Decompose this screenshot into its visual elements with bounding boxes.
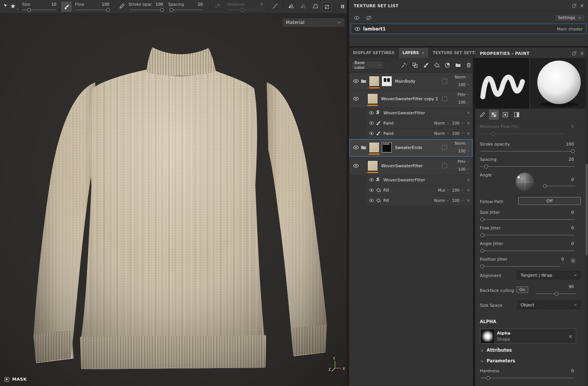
opacity-dropdown[interactable]: 100 <box>452 131 464 136</box>
brush-stroke-preview[interactable] <box>475 58 529 109</box>
visibility-toggle[interactable] <box>369 187 374 193</box>
delete-layer-icon[interactable] <box>466 62 472 68</box>
sweater-3d-model[interactable] <box>0 14 347 386</box>
alignment-dropdown[interactable]: Tangent | Wrap <box>517 271 581 279</box>
size-slider[interactable] <box>22 8 56 12</box>
chevron-down-icon[interactable] <box>480 359 484 363</box>
stroke-opacity-slider[interactable] <box>481 149 575 154</box>
stroke-opacity-value[interactable]: 100 <box>566 142 574 147</box>
blend-mode-dropdown[interactable]: Pthr <box>458 92 470 97</box>
texture-set-row[interactable]: lambert1 Main shader <box>351 24 586 34</box>
blend-mode-dropdown[interactable]: Norm <box>455 75 470 79</box>
backface-culling-slider[interactable] <box>536 292 576 296</box>
effect-name[interactable]: Paint <box>383 121 394 126</box>
flow-jitter-slider[interactable] <box>481 233 575 237</box>
alpha-shape-tool-icon[interactable] <box>10 3 16 9</box>
blend-mode-dropdown[interactable]: Norm <box>434 121 449 125</box>
visibility-toggle[interactable] <box>369 177 374 183</box>
float-panel-icon[interactable] <box>572 51 577 56</box>
spacing-value[interactable]: 20 <box>569 157 574 162</box>
spacing-value[interactable]: 20 <box>189 2 203 6</box>
close-tab-icon[interactable] <box>421 51 425 54</box>
remove-effect-icon[interactable] <box>466 111 470 115</box>
channel-selector-dropdown[interactable]: Base color <box>351 61 384 69</box>
falloff-curve-icon[interactable] <box>272 3 278 9</box>
add-effect-icon[interactable] <box>401 62 407 68</box>
solo-texture-set-icon[interactable] <box>366 15 372 21</box>
effect-name[interactable]: Fill <box>383 188 389 193</box>
layer-thumbnail[interactable] <box>369 142 380 153</box>
ignore-backface-button[interactable] <box>322 2 332 11</box>
axis-gizmo[interactable]: Y X Z <box>328 356 346 375</box>
subtab-brush[interactable] <box>477 110 487 120</box>
effect-row-paint[interactable]: Paint Norm 100 <box>367 119 472 128</box>
blend-mode-dropdown[interactable]: Norm <box>455 141 470 146</box>
remove-effect-icon[interactable] <box>466 121 470 125</box>
position-jitter-value[interactable]: 0 <box>561 257 564 262</box>
close-panel-icon[interactable] <box>580 51 584 56</box>
hardness-slider[interactable] <box>481 376 575 380</box>
size-jitter-value[interactable]: 0 <box>571 210 574 215</box>
layer-name[interactable]: WovenSweaterFilter <box>381 163 423 168</box>
angle-slider[interactable] <box>544 184 575 188</box>
visibility-toggle[interactable] <box>353 96 359 102</box>
show-all-texture-sets-icon[interactable] <box>354 15 360 21</box>
effect-name[interactable]: WovenSweaterFilter <box>383 111 425 115</box>
geometry-mask-icon[interactable] <box>442 144 448 151</box>
stroke-opacity-slider[interactable] <box>129 8 163 12</box>
effect-row-fill[interactable]: Fill Mul 100 <box>367 186 472 195</box>
viewport-display-mode-dropdown[interactable]: Material <box>282 18 345 27</box>
opacity-dropdown[interactable]: 100 <box>452 188 464 192</box>
angle-value[interactable]: 0 <box>571 177 574 182</box>
viewport-3d[interactable]: Size 10 Flow 100 Stroke opac 100 Spacing… <box>0 0 347 386</box>
visibility-toggle[interactable] <box>354 26 360 32</box>
spacing-slider[interactable] <box>481 164 575 169</box>
visibility-toggle[interactable] <box>369 131 374 136</box>
layer-row-wovensweaterfilter[interactable]: WovenSweaterFilter Pthr 100 <box>350 158 472 175</box>
chevron-down-icon[interactable] <box>16 8 19 11</box>
effect-row-paint[interactable]: Paint Norm 100 <box>367 129 472 138</box>
subtab-stencil[interactable] <box>500 110 510 120</box>
add-group-icon[interactable] <box>455 62 461 68</box>
hardness-value[interactable]: 0 <box>571 368 574 373</box>
layer-thumbnail[interactable] <box>367 160 378 171</box>
blend-mode-dropdown[interactable]: Pthr <box>458 159 470 164</box>
blend-mode-dropdown[interactable]: Norm <box>434 131 449 136</box>
effect-row-filter[interactable]: S WovenSweaterFilter <box>367 175 472 185</box>
subtab-alpha[interactable] <box>489 110 499 120</box>
angle-jitter-value[interactable]: 0 <box>571 241 574 246</box>
remove-effect-icon[interactable] <box>466 178 470 182</box>
visibility-toggle[interactable] <box>369 198 374 203</box>
visibility-toggle[interactable] <box>353 78 359 84</box>
follow-path-toggle[interactable]: Off <box>518 197 581 205</box>
texture-set-settings-dropdown[interactable]: Settings <box>554 14 585 22</box>
viewport-canvas[interactable]: Material Y X Z MASK <box>0 14 347 386</box>
angle-dial-handle[interactable] <box>518 176 520 178</box>
remove-effect-icon[interactable] <box>466 199 470 202</box>
add-paint-layer-icon[interactable] <box>423 62 429 68</box>
layer-thumbnail[interactable] <box>369 76 380 86</box>
pause-engine-icon[interactable] <box>340 4 345 9</box>
opacity-dropdown[interactable]: 100 <box>458 149 470 153</box>
chevron-right-icon[interactable] <box>480 349 484 352</box>
alpha-resource-card[interactable]: Alpha Shape <box>480 328 576 344</box>
flow-value[interactable]: 100 <box>96 2 109 6</box>
effect-name[interactable]: Paint <box>383 131 394 136</box>
size-value[interactable]: 10 <box>45 2 56 6</box>
effect-row-filter[interactable]: S WovenSweaterFilter <box>367 108 472 118</box>
effect-row-fill[interactable]: Fill Norm 100 <box>367 196 472 205</box>
visibility-toggle[interactable] <box>353 144 359 151</box>
mask-thumbnail[interactable] <box>382 143 392 152</box>
instantiate-layer-icon[interactable] <box>412 62 418 68</box>
radial-symmetry-icon[interactable] <box>300 3 306 9</box>
remove-alpha-icon[interactable] <box>568 334 573 339</box>
lazy-mouse-icon[interactable] <box>312 3 319 9</box>
visibility-toggle[interactable] <box>353 163 359 169</box>
scrollbar-thumb[interactable] <box>586 164 588 255</box>
effect-name[interactable]: Fill <box>383 198 389 203</box>
size-jitter-slider[interactable] <box>481 217 575 222</box>
stroke-opacity-value[interactable]: 100 <box>150 2 163 6</box>
parameters-section-title[interactable]: Parameters <box>487 358 515 364</box>
angle-dial[interactable] <box>516 173 534 191</box>
remove-effect-icon[interactable] <box>466 188 470 192</box>
